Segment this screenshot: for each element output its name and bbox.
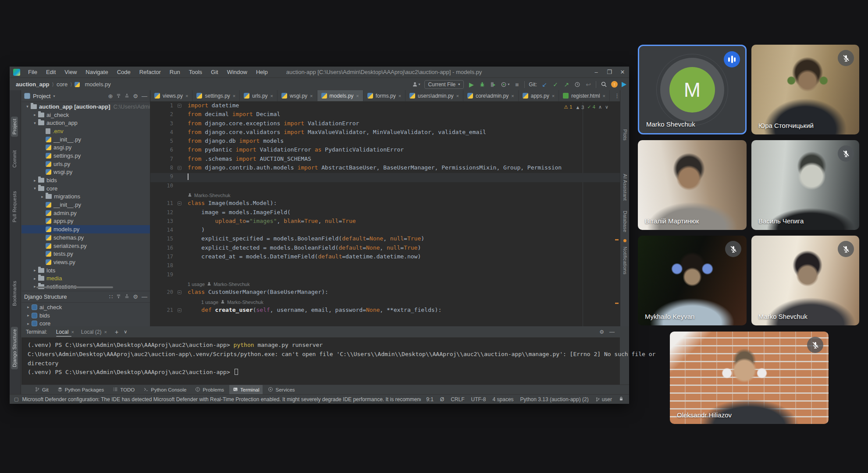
- editor-tab-settings.py[interactable]: settings.py×: [192, 90, 240, 101]
- group-by-icon[interactable]: ∷: [109, 293, 113, 300]
- video-tile-mykhailo-keyvan[interactable]: Mykhailo Keyvan: [638, 236, 747, 325]
- tab-close-icon[interactable]: ×: [603, 93, 605, 99]
- update-available-icon[interactable]: ↑: [611, 81, 618, 88]
- usage-count[interactable]: 1 usage: [188, 282, 205, 287]
- chevron-down-icon[interactable]: ▾: [32, 121, 38, 125]
- chevron-right-icon[interactable]: ▸: [32, 178, 38, 183]
- git-rollback-button[interactable]: ↩: [585, 80, 592, 89]
- hide-panel-icon[interactable]: —: [142, 293, 147, 300]
- next-problem-icon[interactable]: ∨: [605, 104, 608, 110]
- tool-window-button-git[interactable]: Git: [31, 385, 52, 394]
- menu-item-file[interactable]: File: [25, 68, 41, 76]
- fold-marker-icon[interactable]: −: [178, 104, 181, 108]
- tree-item-auction_appauctionapp[interactable]: ▾auction_app [auction-app]C:\Users\Admin…: [21, 102, 150, 111]
- tool-stripe-notifications[interactable]: Notifications: [622, 244, 629, 277]
- breadcrumb-item[interactable]: models.py: [85, 81, 110, 88]
- code-line-13[interactable]: 13 upload_to="images", blank=True, null=…: [150, 218, 620, 226]
- author-name[interactable]: Marko-Shevchuk: [213, 282, 250, 287]
- tree-item-.env[interactable]: .env: [21, 127, 150, 135]
- fold-marker-icon[interactable]: −: [178, 308, 181, 312]
- tab-close-icon[interactable]: ×: [233, 93, 235, 99]
- terminal-output[interactable]: (.venv) PS C:\Users\Admin\Desktop\AAApro…: [21, 338, 620, 378]
- tool-stripe-ai-assistant[interactable]: AI Assistant: [622, 172, 629, 203]
- chevron-right-icon[interactable]: ▸: [32, 276, 38, 281]
- search-everywhere-icon[interactable]: [600, 80, 607, 89]
- code-line-10[interactable]: 10: [150, 182, 620, 191]
- code-line-2[interactable]: 2from decimal import Decimal: [150, 111, 620, 120]
- code-line-15[interactable]: 15 explicit_specified = models.BooleanFi…: [150, 235, 620, 244]
- code-line-9[interactable]: 9: [150, 173, 620, 182]
- tree-item-views.py[interactable]: views.py: [21, 258, 150, 266]
- tree-item-tests.py[interactable]: tests.py: [21, 250, 150, 258]
- gradient-play-icon[interactable]: [622, 82, 626, 87]
- chevron-right-icon[interactable]: ▸: [32, 113, 38, 117]
- notification-icon[interactable]: ▢: [14, 396, 18, 402]
- tab-close-icon[interactable]: ×: [552, 93, 555, 99]
- git-history-icon[interactable]: [574, 80, 581, 89]
- chevron-down-icon[interactable]: ▾: [32, 186, 38, 191]
- video-tile--[interactable]: Василь Чепига: [751, 140, 859, 230]
- terminal-tab-Local2[interactable]: Local (2)×: [78, 326, 110, 338]
- status-message[interactable]: Microsoft Defender configuration: The ID…: [22, 396, 421, 402]
- new-terminal-button[interactable]: +: [115, 328, 118, 335]
- tree-item-bids[interactable]: ▸bids: [21, 176, 150, 184]
- editor-tab-wsgi.py[interactable]: wsgi.py×: [277, 90, 317, 101]
- indent-style[interactable]: 4 spaces: [493, 396, 514, 402]
- code-editor[interactable]: 1−import datetime2from decimal import De…: [150, 102, 620, 326]
- code-line-19[interactable]: 19: [150, 271, 620, 280]
- code-vision-annotation[interactable]: 1 usageMarko-Shevchuk: [150, 280, 620, 289]
- fold-marker-icon[interactable]: −: [178, 290, 181, 294]
- tool-stripe-database[interactable]: Database: [622, 208, 629, 235]
- expand-all-icon[interactable]: [116, 293, 121, 300]
- code-line-20[interactable]: 20−class CustomUserManager(BaseUserManag…: [150, 289, 620, 297]
- tree-item-models.py[interactable]: models.py: [21, 225, 150, 233]
- code-vision-annotation[interactable]: Marko-Shevchuk: [150, 191, 620, 200]
- author-name[interactable]: Marko-Shevchuk: [227, 300, 263, 305]
- menu-item-window[interactable]: Window: [224, 68, 251, 76]
- error-stripe-mark[interactable]: [615, 303, 619, 304]
- tab-close-icon[interactable]: ×: [71, 329, 74, 335]
- menu-item-refactor[interactable]: Refactor: [136, 68, 164, 76]
- breadcrumb-item[interactable]: core: [57, 81, 68, 88]
- menu-item-navigate[interactable]: Navigate: [82, 68, 111, 76]
- inspections-widget[interactable]: ⚠ 1 ▲ 3 ✓ 4 ∧ ∨: [564, 104, 608, 110]
- file-encoding[interactable]: UTF-8: [471, 396, 486, 402]
- error-stripe-mark[interactable]: [615, 239, 619, 240]
- horizontal-scrollbar[interactable]: [36, 286, 113, 288]
- run-configuration-select[interactable]: Current File ▾: [424, 80, 464, 89]
- locate-file-icon[interactable]: ⊕: [108, 93, 113, 99]
- code-line-8[interactable]: 8−from django.contrib.auth.models import…: [150, 164, 620, 173]
- git-update-button[interactable]: ↙: [541, 80, 548, 89]
- menu-item-git[interactable]: Git: [207, 68, 222, 76]
- editor-tab-apps.py[interactable]: apps.py×: [519, 90, 559, 101]
- run-coverage-button[interactable]: [490, 80, 497, 89]
- tree-item-apps.py[interactable]: apps.py: [21, 217, 150, 226]
- tool-stripe-pull-requests[interactable]: Pull Requests: [11, 189, 18, 225]
- tool-stripe-bookmarks[interactable]: Bookmarks: [11, 279, 18, 308]
- tree-item-migrations[interactable]: ▸migrations: [21, 193, 150, 201]
- terminal-dropdown-icon[interactable]: ∨: [124, 329, 127, 335]
- menu-item-help[interactable]: Help: [253, 68, 271, 76]
- tree-item-serializers.py[interactable]: serializers.py: [21, 242, 150, 250]
- tab-close-icon[interactable]: ×: [310, 93, 313, 99]
- django-panel-title[interactable]: Django Structure: [24, 293, 67, 300]
- code-line-17[interactable]: 17 created_at = models.DateTimeField(def…: [150, 253, 620, 262]
- tab-close-icon[interactable]: ×: [104, 329, 107, 335]
- menu-item-edit[interactable]: Edit: [43, 68, 59, 76]
- run-button[interactable]: ▶: [468, 80, 475, 89]
- usage-count[interactable]: 1 usage: [201, 300, 218, 305]
- hide-panel-icon[interactable]: —: [142, 93, 147, 99]
- project-panel-title[interactable]: Project: [33, 93, 50, 99]
- tool-window-button-services[interactable]: Services: [264, 385, 298, 394]
- django-app-bids[interactable]: ▸bids: [21, 311, 150, 320]
- code-line-5[interactable]: 5from django.db import models: [150, 138, 620, 146]
- author-name[interactable]: Marko-Shevchuk: [194, 193, 231, 198]
- tab-close-icon[interactable]: ×: [270, 93, 273, 99]
- video-tile-marko-shevchuk[interactable]: Marko Shevchuk: [751, 236, 859, 325]
- chevron-right-icon[interactable]: ▸: [25, 321, 32, 326]
- collapse-all-icon[interactable]: [125, 93, 129, 99]
- code-line-11[interactable]: 11−class Image(models.Model):: [150, 200, 620, 208]
- menu-item-code[interactable]: Code: [114, 68, 134, 76]
- chevron-right-icon[interactable]: ▸: [25, 305, 32, 309]
- code-line-21[interactable]: 21− def create_user(self, username, emai…: [150, 307, 620, 315]
